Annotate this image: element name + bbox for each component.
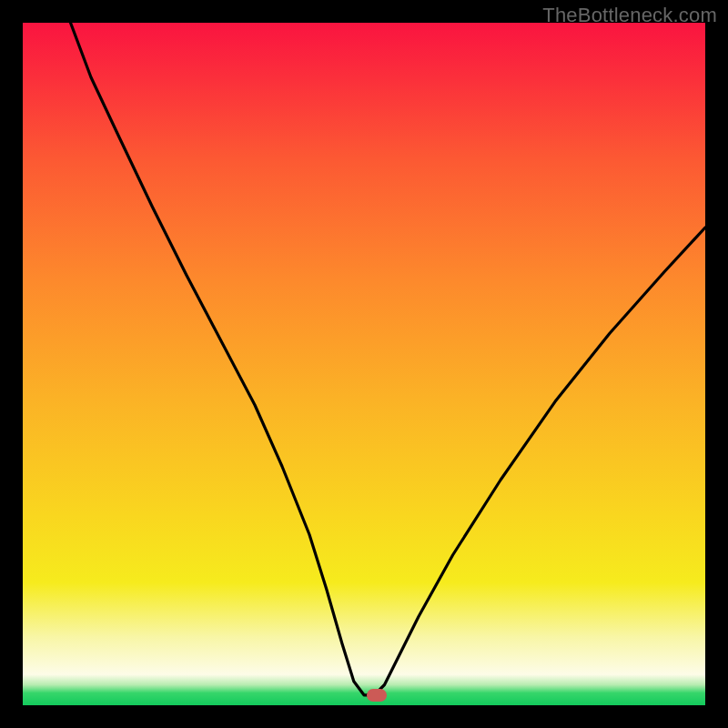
- minimum-marker: [367, 689, 387, 702]
- watermark-text: TheBottleneck.com: [542, 4, 717, 27]
- plot-area: [23, 23, 705, 705]
- chart-frame: TheBottleneck.com: [0, 0, 728, 728]
- bottleneck-curve: [23, 23, 705, 705]
